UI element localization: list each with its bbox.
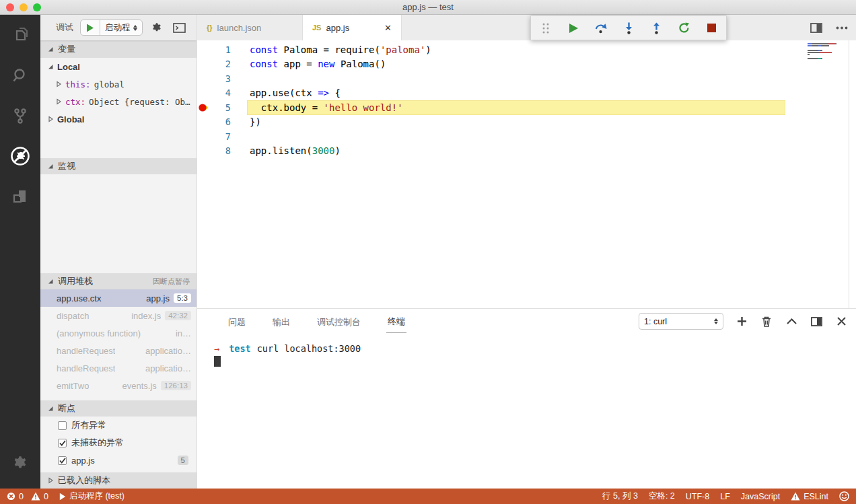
callstack-frame[interactable]: emitTwoevents.js126:13 [40, 377, 197, 394]
code-text: app.use(ctx => { [250, 87, 341, 98]
callstack-frame[interactable]: (anonymous function)in… [40, 324, 197, 342]
start-debug-button[interactable] [81, 20, 100, 35]
line-number: 3 [211, 73, 231, 84]
feedback-smiley-icon[interactable] [839, 491, 849, 501]
breakpoint-gutter[interactable] [197, 100, 211, 115]
source-control-icon[interactable] [0, 96, 40, 136]
code-text: const Paloma = require('paloma') [250, 44, 431, 55]
more-actions-icon[interactable] [836, 26, 848, 30]
open-debug-console-icon[interactable] [171, 19, 188, 36]
code-line-8[interactable]: 8app.listen(3000) [197, 144, 856, 159]
terminal[interactable]: → test curl localhost:3000 [197, 334, 856, 367]
minimap-line [808, 43, 845, 44]
sidebar-spacer [40, 394, 197, 400]
code-line-1[interactable]: 1const Paloma = require('paloma') [197, 42, 856, 57]
kill-terminal-icon[interactable] [760, 314, 773, 329]
callstack-frame[interactable]: handleRequestapplicatio… [40, 342, 197, 359]
eol-status[interactable]: LF [720, 492, 730, 501]
scope-row-Local[interactable]: Local [40, 58, 197, 75]
callstack-frame[interactable]: dispatchindex.js42:32 [40, 307, 197, 324]
variable-row[interactable]: ctx:Object {request: Ob… [40, 93, 197, 110]
eslint-status[interactable]: ESLint [791, 492, 828, 501]
debug-launch-status[interactable]: 启动程序 (test) [59, 491, 124, 502]
breakpoint-gutter[interactable] [197, 57, 211, 72]
tab-app-js[interactable]: JS app.js ✕ [303, 15, 402, 40]
code-line-4[interactable]: 4app.use(ctx => { [197, 86, 856, 101]
prompt-directory: test [229, 343, 251, 354]
close-panel-icon[interactable] [834, 314, 848, 329]
new-terminal-icon[interactable] [735, 314, 748, 329]
split-editor-icon[interactable] [810, 23, 822, 33]
stop-icon[interactable] [705, 21, 717, 36]
maximize-panel-icon[interactable] [785, 314, 798, 329]
line-number: 2 [211, 59, 231, 69]
code-line-6[interactable]: 6}) [197, 115, 856, 130]
step-into-icon[interactable] [622, 21, 635, 36]
breakpoint-row[interactable]: 所有异常 [40, 417, 197, 434]
callstack-frame[interactable]: app.use.ctxapp.js5:3 [40, 289, 197, 307]
toolbar-drag-grip[interactable] [540, 21, 552, 36]
move-panel-icon[interactable] [810, 314, 823, 329]
checkbox[interactable] [58, 456, 67, 465]
title-bar: app.js — test [0, 0, 856, 15]
sidebar-spacer [40, 128, 197, 158]
code-line-5[interactable]: 5 ctx.body = 'hello world!' [197, 100, 856, 115]
debug-settings-gear-icon[interactable] [148, 19, 166, 36]
minimap-line [808, 45, 845, 46]
checkbox[interactable] [58, 421, 67, 430]
line-number: 1 [211, 44, 231, 55]
language-mode-status[interactable]: JavaScript [741, 492, 780, 501]
section-header-变量[interactable]: 变量 [40, 40, 197, 58]
line-number: 4 [211, 87, 231, 98]
panel-tab-输出[interactable]: 输出 [271, 310, 291, 333]
minimap-line [808, 47, 845, 48]
step-out-icon[interactable] [650, 21, 662, 36]
callstack-frame[interactable]: handleRequestapplicatio… [40, 359, 197, 377]
panel-tab-终端[interactable]: 终端 [386, 310, 406, 333]
settings-gear-icon[interactable] [0, 443, 40, 483]
restart-icon[interactable] [678, 21, 690, 36]
search-icon[interactable] [0, 55, 40, 96]
breakpoint-gutter[interactable] [197, 129, 211, 144]
section-header-监视[interactable]: 监视 [40, 158, 197, 174]
indentation-status[interactable]: 空格: 2 [649, 491, 675, 502]
section-header-断点[interactable]: 断点 [40, 400, 197, 417]
section-header-调用堆栈[interactable]: 调用堆栈因断点暂停 [40, 273, 197, 289]
breakpoint-gutter[interactable] [197, 86, 211, 101]
debug-icon[interactable] [0, 136, 40, 176]
extensions-icon[interactable] [0, 176, 40, 217]
code-line-3[interactable]: 3 [197, 71, 856, 86]
breakpoint-row[interactable]: 未捕获的异常 [40, 434, 197, 452]
problems-status[interactable]: 0 0 [7, 492, 48, 501]
close-tab-icon[interactable]: ✕ [384, 23, 392, 33]
tab-label: launch.json [217, 23, 262, 33]
breakpoint-gutter[interactable] [197, 115, 211, 130]
continue-icon[interactable] [567, 21, 579, 36]
tab-launch-json[interactable]: {} launch.json [197, 15, 303, 40]
breakpoint-gutter[interactable] [197, 42, 211, 57]
breakpoint-row[interactable]: app.js5 [40, 452, 197, 469]
checkbox[interactable] [58, 439, 67, 447]
section-header-已载入的脚本[interactable]: 已载入的脚本 [40, 472, 197, 489]
code-line-7[interactable]: 7 [197, 129, 856, 144]
scope-row-Global[interactable]: Global [40, 110, 197, 128]
editor-scrollbar[interactable] [849, 40, 849, 308]
line-number: 7 [211, 131, 231, 142]
code-line-2[interactable]: 2const app = new Paloma() [197, 57, 856, 72]
variable-row[interactable]: this:global [40, 75, 197, 93]
breakpoint-gutter[interactable] [197, 144, 211, 159]
encoding-status[interactable]: UTF-8 [686, 492, 709, 501]
code-editor[interactable]: 1const Paloma = require('paloma')2const … [197, 40, 856, 308]
breakpoint-gutter[interactable] [197, 71, 211, 86]
cursor-position-status[interactable]: 行 5, 列 3 [602, 491, 638, 502]
step-over-icon[interactable] [595, 21, 607, 36]
terminal-instance-dropdown[interactable]: 1: curl [639, 313, 723, 330]
panel-tab-调试控制台[interactable]: 调试控制台 [316, 310, 362, 333]
breakpoint-current-icon [198, 103, 210, 112]
launch-configuration-dropdown[interactable]: 启动程 [100, 22, 142, 34]
explorer-icon[interactable] [0, 15, 40, 55]
minimap[interactable] [808, 43, 845, 61]
panel-tab-问题[interactable]: 问题 [227, 310, 247, 333]
warning-icon [791, 492, 800, 501]
line-number: 6 [211, 116, 231, 127]
